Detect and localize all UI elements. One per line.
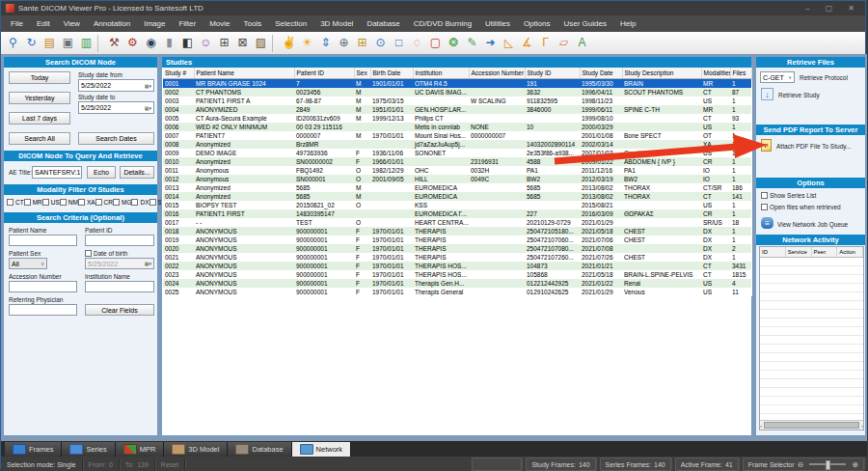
today-button[interactable]: Today (9, 71, 70, 84)
patient-name-input[interactable] (9, 235, 77, 246)
tab-frames[interactable]: Frames (5, 442, 62, 457)
menu-item[interactable]: 3D Model (313, 19, 360, 28)
patient-id-input[interactable] (85, 235, 154, 246)
frame-plus-icon[interactable]: ⊕ (852, 460, 858, 469)
checkbox-icon[interactable] (149, 199, 156, 206)
study-row[interactable]: 0001 MR BRAIN GRASE 1024 7 M 1901/01/01 … (163, 79, 751, 89)
show-series-list-checkbox[interactable]: Show Series List (761, 192, 816, 199)
column-header[interactable]: Files (730, 68, 751, 79)
checkbox-icon[interactable] (131, 199, 138, 206)
frame-slider[interactable] (809, 463, 846, 465)
checkbox-icon[interactable] (24, 199, 31, 206)
study-row[interactable]: 0020 ANONYMOUS 900000001 F 1970/01/01 TH… (163, 244, 751, 253)
tab-series[interactable]: Series (62, 442, 115, 457)
modality-checkbox[interactable]: MR (24, 199, 42, 206)
minimize-button[interactable]: – (805, 4, 809, 13)
column-header[interactable]: Action (837, 247, 863, 257)
accession-number-input[interactable] (9, 281, 77, 292)
tab-network[interactable]: Network (292, 442, 352, 457)
study-date-from-field[interactable]: 5/25/2022 ▦▾ (78, 79, 154, 92)
study-date-to-field[interactable]: 5/25/2022 ▦▾ (78, 101, 154, 114)
scroll-right-icon[interactable]: › (861, 423, 863, 429)
study-row[interactable]: 0017 - - TEST O HEART CENTRA... 20210129… (163, 218, 751, 227)
menu-item[interactable]: Edit (30, 19, 57, 28)
column-header[interactable]: Accession Number (469, 68, 525, 79)
retrieve-protocol-select[interactable]: C-GET ∨ (760, 71, 795, 83)
menu-item[interactable]: View (57, 19, 87, 28)
view-queue-icon[interactable]: ≡ (761, 217, 773, 229)
last-7-days-button[interactable]: Last 7 days (9, 112, 70, 125)
column-header[interactable]: Study Description (622, 68, 701, 79)
yesterday-button[interactable]: Yesterday (9, 92, 70, 104)
modality-checkbox[interactable]: NM (60, 199, 78, 206)
menu-item[interactable]: Filter (172, 19, 203, 28)
study-row[interactable]: 0005 CT Aura-Secura Example ID200631zv60… (163, 114, 751, 123)
maximize-button[interactable]: ▢ (826, 4, 833, 13)
study-row[interactable]: 0024 ANONYMOUS 900000001 F 1970/01/01 Th… (163, 279, 751, 288)
checkbox-icon[interactable] (761, 192, 768, 199)
study-row[interactable]: 0011 Anonymous FBQ1492 O 1982/12/29 OHC … (163, 166, 751, 175)
column-header[interactable]: Service (786, 247, 812, 257)
tab-mpr[interactable]: MPR (116, 442, 165, 457)
search-all-button[interactable]: Search All (9, 132, 70, 145)
modality-checkbox[interactable]: DX (131, 199, 149, 206)
retrieve-study-icon[interactable]: ↓ (761, 88, 773, 100)
frame-slider-thumb[interactable] (826, 460, 830, 470)
column-header[interactable]: Patient Name (194, 68, 294, 79)
referring-physician-input[interactable] (9, 304, 77, 316)
study-row[interactable]: 0007 PATIENT7 0000007 M 1970/01/01 Mount… (163, 131, 751, 140)
open-files-checkbox[interactable]: Open files when retrieved (761, 204, 841, 210)
menu-item[interactable]: CD/DVD Burning (407, 19, 478, 28)
menu-item[interactable]: Database (360, 19, 406, 28)
column-header[interactable]: Patient ID (294, 68, 354, 79)
column-header[interactable]: Peer (812, 247, 838, 257)
study-row[interactable]: 0016 PATIENT1 FIRST 14830395147 EUROMEDI… (163, 209, 751, 218)
date-of-birth-checkbox[interactable]: Date of birth (85, 250, 127, 257)
clear-fields-button[interactable]: Clear Fields (85, 304, 154, 316)
modality-checkbox[interactable]: CT (7, 199, 24, 206)
study-row[interactable]: 0006 WED #2 ONLY MINIMUM 00 03 29 115116… (163, 123, 751, 131)
menu-item[interactable]: Movie (203, 19, 236, 28)
study-row[interactable]: 0014 Anonymized 5685 M EUROMEDICA 5685 2… (163, 192, 751, 201)
study-row[interactable]: 0010 Anonymized SN00000002 F 1966/01/01 … (163, 157, 751, 166)
frame-minus-icon[interactable]: ⊖ (798, 460, 804, 469)
column-header[interactable]: Study Date (580, 68, 622, 79)
modality-checkbox[interactable]: CR (95, 199, 113, 206)
tab-database[interactable]: Database (228, 442, 291, 457)
modality-checkbox[interactable]: US (42, 199, 60, 206)
menu-item[interactable]: Selection (268, 19, 313, 28)
study-row[interactable]: 0021 ANONYMOUS 900000001 F 1970/01/01 TH… (163, 253, 751, 262)
close-button[interactable]: ✕ (848, 4, 854, 13)
details-button[interactable]: Details... (120, 166, 154, 179)
column-header[interactable]: Modalities (701, 68, 730, 79)
checkbox-icon[interactable] (761, 204, 768, 210)
retrieve-study-label[interactable]: Retrieve Study (778, 92, 820, 98)
modality-checkbox[interactable]: MG (113, 199, 131, 206)
checkbox-icon[interactable] (78, 199, 85, 206)
checkbox-icon[interactable] (60, 199, 67, 206)
echo-button[interactable]: Echo (87, 166, 116, 179)
view-queue-label[interactable]: View Network Job Queue (777, 221, 848, 228)
menu-item[interactable]: Help (613, 19, 642, 28)
checkbox-icon[interactable] (7, 199, 14, 206)
study-row[interactable]: 0003 PATIENT1 FIRST A 67-98-87 M 1975/03… (163, 97, 751, 105)
menu-item[interactable]: File (4, 19, 30, 28)
column-header[interactable]: Sex (354, 68, 370, 79)
study-row[interactable]: 0008 Anonymized Brz8MR jd7aZazJuAup5j...… (163, 140, 751, 149)
menu-item[interactable]: Image (137, 19, 172, 28)
attach-pdf-icon[interactable]: P (761, 139, 772, 152)
calendar-dropdown-icon[interactable]: ▦▾ (145, 105, 151, 111)
study-row[interactable]: 0002 CT PHANTOMS 0023456 M UC DAVIS IMAG… (163, 88, 751, 97)
study-row[interactable]: 0019 ANONYMOUS 900000001 F 1970/01/01 TH… (163, 236, 751, 244)
column-header[interactable]: Study ID (525, 68, 580, 79)
patient-sex-select[interactable]: All ∨ (9, 258, 47, 269)
study-row[interactable]: 0025 ANONYMOUS 900000001 F 1970/01/01 Th… (163, 288, 751, 296)
column-header[interactable]: ID (760, 247, 786, 257)
menu-item[interactable]: Utilities (478, 19, 517, 28)
study-row[interactable]: 0018 ANONYMOUS 900000001 F 1970/01/01 TH… (163, 227, 751, 236)
ae-title-select[interactable]: SANTEFSRV:1 ∨ (32, 166, 82, 179)
modality-checkbox[interactable]: XA (78, 199, 95, 206)
study-row[interactable]: 0004 ANONYMIZED 2849 M 1951/01/01 GEN.HO… (163, 105, 751, 114)
study-row[interactable]: 0013 Anonymized 5685 M EUROMEDICA 5685 2… (163, 183, 751, 192)
tab-3d-model[interactable]: 3D Model (164, 442, 228, 457)
